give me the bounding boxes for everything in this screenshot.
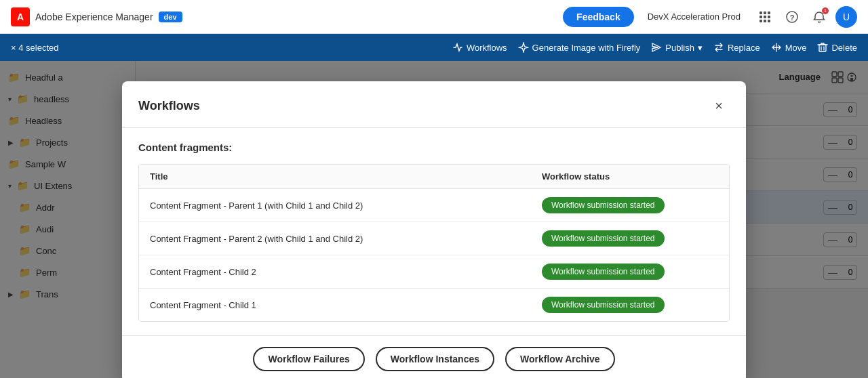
workflow-failures-button[interactable]: Workflow Failures: [253, 347, 364, 371]
column-title-header: Title: [150, 171, 542, 182]
table-header: Title Workflow status: [139, 165, 729, 189]
adobe-logo-icon: A: [11, 7, 30, 26]
svg-marker-11: [519, 43, 528, 52]
table-row: Content Fragment - Child 1 Workflow subm…: [139, 289, 729, 321]
dev-environment-badge: dev: [159, 12, 182, 22]
status-badge: Workflow submission started: [542, 197, 665, 213]
workflows-modal: Workflows × Content fragments: Title Wor…: [122, 81, 746, 378]
status-badge: Workflow submission started: [542, 297, 665, 313]
feedback-button[interactable]: Feedback: [563, 7, 634, 27]
workflow-status-cell: Workflow submission started: [542, 264, 718, 280]
fragment-title: Content Fragment - Child 2: [150, 267, 542, 277]
table-row: Content Fragment - Parent 1 (with Child …: [139, 189, 729, 222]
publish-action[interactable]: Publish ▾: [651, 42, 703, 53]
modal-title: Workflows: [138, 99, 200, 113]
delete-action[interactable]: Delete: [817, 42, 857, 53]
svg-rect-2: [768, 12, 770, 14]
modal-overlay: Workflows × Content fragments: Title Wor…: [0, 61, 868, 378]
move-action[interactable]: Move: [771, 42, 807, 53]
svg-rect-7: [764, 20, 766, 22]
fragment-title: Content Fragment - Parent 2 (with Child …: [150, 234, 542, 244]
status-badge: Workflow submission started: [542, 230, 665, 247]
app-name: Adobe Experience Manager: [35, 12, 153, 22]
section-label: Content fragments:: [138, 142, 730, 153]
fragment-title: Content Fragment - Child 1: [150, 300, 542, 310]
workflows-action[interactable]: Workflows: [452, 42, 507, 53]
help-icon[interactable]: ?: [781, 6, 803, 28]
app-logo-group: A Adobe Experience Manager dev: [11, 7, 182, 26]
topbar: A Adobe Experience Manager dev Feedback …: [0, 0, 868, 34]
column-status-header: Workflow status: [542, 171, 718, 182]
close-modal-button[interactable]: ×: [708, 95, 730, 117]
svg-rect-3: [760, 16, 762, 18]
selection-actions: Workflows Generate Image with Firefly Pu…: [452, 42, 857, 53]
workflow-status-cell: Workflow submission started: [542, 197, 718, 213]
modal-body: Content fragments: Title Workflow status…: [122, 128, 746, 335]
main-content: 📁 Headful a ▾ 📁 headless 📁 Headless ▶ 📁 …: [0, 61, 868, 378]
fragment-title: Content Fragment - Parent 1 (with Child …: [150, 201, 542, 211]
org-name: DevX Acceleration Prod: [648, 12, 741, 22]
status-badge: Workflow submission started: [542, 264, 665, 280]
selected-count-label: × 4 selected: [11, 43, 58, 53]
svg-rect-12: [819, 45, 826, 51]
svg-rect-0: [760, 12, 762, 14]
grid-apps-icon[interactable]: [754, 6, 776, 28]
notification-badge: 1: [822, 7, 829, 14]
notifications-icon[interactable]: 1: [808, 6, 830, 28]
svg-rect-5: [768, 16, 770, 18]
modal-footer: Workflow Failures Workflow Instances Wor…: [122, 335, 746, 378]
table-row: Content Fragment - Child 2 Workflow subm…: [139, 255, 729, 289]
replace-action[interactable]: Replace: [713, 42, 760, 53]
svg-rect-1: [764, 12, 766, 14]
generate-image-action[interactable]: Generate Image with Firefly: [518, 42, 641, 53]
svg-text:?: ?: [790, 13, 795, 21]
user-avatar[interactable]: U: [835, 6, 857, 28]
selection-bar: × 4 selected Workflows Generate Image wi…: [0, 34, 868, 61]
modal-header: Workflows ×: [122, 81, 746, 128]
table-row: Content Fragment - Parent 2 (with Child …: [139, 222, 729, 255]
workflow-status-cell: Workflow submission started: [542, 297, 718, 313]
workflow-status-cell: Workflow submission started: [542, 230, 718, 247]
selection-count: × 4 selected: [11, 43, 58, 53]
workflow-instances-button[interactable]: Workflow Instances: [376, 347, 494, 371]
workflow-archive-button[interactable]: Workflow Archive: [505, 347, 614, 371]
fragments-table: Title Workflow status Content Fragment -…: [138, 164, 730, 322]
svg-rect-4: [764, 16, 766, 18]
svg-rect-6: [760, 20, 762, 22]
svg-rect-8: [768, 20, 770, 22]
